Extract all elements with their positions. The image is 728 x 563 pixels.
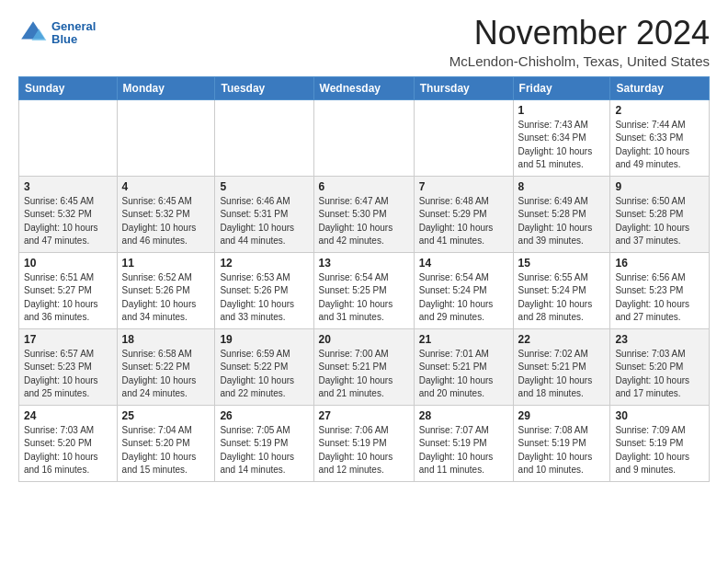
day-info: Sunrise: 6:49 AM Sunset: 5:28 PM Dayligh… xyxy=(518,195,606,248)
calendar-cell: 22Sunrise: 7:02 AM Sunset: 5:21 PM Dayli… xyxy=(513,328,610,405)
header: General Blue November 2024 McLendon-Chis… xyxy=(18,15,710,69)
day-info: Sunrise: 7:03 AM Sunset: 5:20 PM Dayligh… xyxy=(24,424,112,477)
day-info: Sunrise: 7:07 AM Sunset: 5:19 PM Dayligh… xyxy=(419,424,508,477)
day-info: Sunrise: 7:03 AM Sunset: 5:20 PM Dayligh… xyxy=(615,348,704,401)
calendar-cell xyxy=(414,99,513,176)
calendar-cell: 10Sunrise: 6:51 AM Sunset: 5:27 PM Dayli… xyxy=(19,252,118,328)
logo-icon xyxy=(18,18,48,48)
day-info: Sunrise: 6:51 AM Sunset: 5:27 PM Dayligh… xyxy=(24,271,112,325)
logo-text: General Blue xyxy=(51,20,96,47)
day-header: Saturday xyxy=(610,76,710,99)
day-info: Sunrise: 7:00 AM Sunset: 5:21 PM Dayligh… xyxy=(319,348,409,401)
day-number: 7 xyxy=(419,180,508,193)
calendar-cell: 19Sunrise: 6:59 AM Sunset: 5:22 PM Dayli… xyxy=(215,328,313,405)
month-title: November 2024 xyxy=(449,15,710,52)
calendar-cell: 26Sunrise: 7:05 AM Sunset: 5:19 PM Dayli… xyxy=(215,405,313,481)
day-info: Sunrise: 6:54 AM Sunset: 5:25 PM Dayligh… xyxy=(319,271,409,325)
day-info: Sunrise: 7:05 AM Sunset: 5:19 PM Dayligh… xyxy=(220,424,308,477)
day-info: Sunrise: 6:58 AM Sunset: 5:22 PM Dayligh… xyxy=(122,348,210,401)
day-header: Friday xyxy=(513,76,610,99)
day-number: 10 xyxy=(24,257,112,270)
logo-line1: General xyxy=(51,20,96,33)
day-info: Sunrise: 7:08 AM Sunset: 5:19 PM Dayligh… xyxy=(518,424,606,477)
day-number: 18 xyxy=(122,333,210,346)
calendar-cell: 30Sunrise: 7:09 AM Sunset: 5:19 PM Dayli… xyxy=(610,405,710,481)
calendar-cell: 18Sunrise: 6:58 AM Sunset: 5:22 PM Dayli… xyxy=(117,328,215,405)
calendar-cell: 6Sunrise: 6:47 AM Sunset: 5:30 PM Daylig… xyxy=(313,176,414,252)
day-info: Sunrise: 7:04 AM Sunset: 5:20 PM Dayligh… xyxy=(122,424,210,477)
day-header: Wednesday xyxy=(313,76,414,99)
calendar-cell: 15Sunrise: 6:55 AM Sunset: 5:24 PM Dayli… xyxy=(513,252,610,328)
day-info: Sunrise: 7:44 AM Sunset: 6:33 PM Dayligh… xyxy=(615,119,704,172)
calendar-cell: 28Sunrise: 7:07 AM Sunset: 5:19 PM Dayli… xyxy=(414,405,513,481)
calendar-cell: 2Sunrise: 7:44 AM Sunset: 6:33 PM Daylig… xyxy=(610,99,710,176)
day-number: 23 xyxy=(615,333,704,346)
day-info: Sunrise: 6:54 AM Sunset: 5:24 PM Dayligh… xyxy=(419,271,508,325)
day-number: 13 xyxy=(319,257,409,270)
day-header: Sunday xyxy=(19,76,118,99)
day-info: Sunrise: 6:52 AM Sunset: 5:26 PM Dayligh… xyxy=(122,271,210,325)
calendar-table: SundayMondayTuesdayWednesdayThursdayFrid… xyxy=(18,76,710,482)
calendar-cell xyxy=(313,99,414,176)
day-number: 15 xyxy=(518,257,606,270)
calendar-cell xyxy=(215,99,313,176)
title-block: November 2024 McLendon-Chisholm, Texas, … xyxy=(449,15,710,69)
day-number: 28 xyxy=(419,409,508,422)
day-info: Sunrise: 6:46 AM Sunset: 5:31 PM Dayligh… xyxy=(220,195,308,248)
week-row: 3Sunrise: 6:45 AM Sunset: 5:32 PM Daylig… xyxy=(19,176,710,252)
day-number: 26 xyxy=(220,409,308,422)
calendar-cell: 11Sunrise: 6:52 AM Sunset: 5:26 PM Dayli… xyxy=(117,252,215,328)
day-header: Thursday xyxy=(414,76,513,99)
day-info: Sunrise: 7:09 AM Sunset: 5:19 PM Dayligh… xyxy=(615,424,704,477)
day-info: Sunrise: 6:56 AM Sunset: 5:23 PM Dayligh… xyxy=(615,271,704,325)
day-number: 9 xyxy=(615,180,704,193)
calendar-cell: 9Sunrise: 6:50 AM Sunset: 5:28 PM Daylig… xyxy=(610,176,710,252)
day-info: Sunrise: 6:50 AM Sunset: 5:28 PM Dayligh… xyxy=(615,195,704,248)
day-number: 27 xyxy=(319,409,409,422)
header-row: SundayMondayTuesdayWednesdayThursdayFrid… xyxy=(19,76,710,99)
day-number: 8 xyxy=(518,180,606,193)
page: General Blue November 2024 McLendon-Chis… xyxy=(0,0,728,497)
calendar-cell: 3Sunrise: 6:45 AM Sunset: 5:32 PM Daylig… xyxy=(19,176,118,252)
location: McLendon-Chisholm, Texas, United States xyxy=(449,53,710,69)
day-header: Monday xyxy=(117,76,215,99)
day-info: Sunrise: 6:47 AM Sunset: 5:30 PM Dayligh… xyxy=(319,195,409,248)
calendar-cell: 24Sunrise: 7:03 AM Sunset: 5:20 PM Dayli… xyxy=(19,405,118,481)
week-row: 10Sunrise: 6:51 AM Sunset: 5:27 PM Dayli… xyxy=(19,252,710,328)
logo-line2: Blue xyxy=(51,33,96,46)
day-info: Sunrise: 7:02 AM Sunset: 5:21 PM Dayligh… xyxy=(518,348,606,401)
day-number: 2 xyxy=(615,104,704,117)
day-info: Sunrise: 6:55 AM Sunset: 5:24 PM Dayligh… xyxy=(518,271,606,325)
calendar-cell: 16Sunrise: 6:56 AM Sunset: 5:23 PM Dayli… xyxy=(610,252,710,328)
calendar-cell: 27Sunrise: 7:06 AM Sunset: 5:19 PM Dayli… xyxy=(313,405,414,481)
day-number: 19 xyxy=(220,333,308,346)
day-info: Sunrise: 6:48 AM Sunset: 5:29 PM Dayligh… xyxy=(419,195,508,248)
calendar-cell: 23Sunrise: 7:03 AM Sunset: 5:20 PM Dayli… xyxy=(610,328,710,405)
calendar-cell: 12Sunrise: 6:53 AM Sunset: 5:26 PM Dayli… xyxy=(215,252,313,328)
day-number: 11 xyxy=(122,257,210,270)
calendar-cell: 14Sunrise: 6:54 AM Sunset: 5:24 PM Dayli… xyxy=(414,252,513,328)
day-number: 14 xyxy=(419,257,508,270)
day-number: 24 xyxy=(24,409,112,422)
week-row: 17Sunrise: 6:57 AM Sunset: 5:23 PM Dayli… xyxy=(19,328,710,405)
calendar-cell: 21Sunrise: 7:01 AM Sunset: 5:21 PM Dayli… xyxy=(414,328,513,405)
week-row: 1Sunrise: 7:43 AM Sunset: 6:34 PM Daylig… xyxy=(19,99,710,176)
day-info: Sunrise: 6:57 AM Sunset: 5:23 PM Dayligh… xyxy=(24,348,112,401)
calendar-cell: 1Sunrise: 7:43 AM Sunset: 6:34 PM Daylig… xyxy=(513,99,610,176)
week-row: 24Sunrise: 7:03 AM Sunset: 5:20 PM Dayli… xyxy=(19,405,710,481)
day-number: 12 xyxy=(220,257,308,270)
day-info: Sunrise: 7:43 AM Sunset: 6:34 PM Dayligh… xyxy=(518,119,606,172)
day-number: 25 xyxy=(122,409,210,422)
calendar-cell: 7Sunrise: 6:48 AM Sunset: 5:29 PM Daylig… xyxy=(414,176,513,252)
day-number: 17 xyxy=(24,333,112,346)
calendar-cell: 5Sunrise: 6:46 AM Sunset: 5:31 PM Daylig… xyxy=(215,176,313,252)
day-number: 1 xyxy=(518,104,606,117)
day-info: Sunrise: 7:01 AM Sunset: 5:21 PM Dayligh… xyxy=(419,348,508,401)
day-number: 16 xyxy=(615,257,704,270)
day-info: Sunrise: 7:06 AM Sunset: 5:19 PM Dayligh… xyxy=(319,424,409,477)
day-number: 20 xyxy=(319,333,409,346)
day-header: Tuesday xyxy=(215,76,313,99)
calendar-cell: 4Sunrise: 6:45 AM Sunset: 5:32 PM Daylig… xyxy=(117,176,215,252)
day-number: 30 xyxy=(615,409,704,422)
calendar-cell xyxy=(117,99,215,176)
